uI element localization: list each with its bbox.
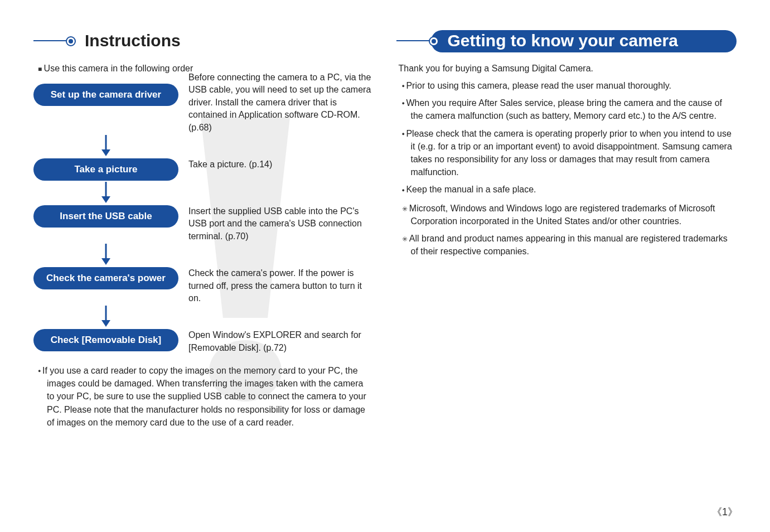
flow-arrow-icon bbox=[33, 243, 178, 267]
flow-step: Check [Removable Disk] Open Window's EXP… bbox=[33, 329, 374, 354]
list-item: Keep the manual in a safe place. bbox=[402, 183, 737, 196]
guideline-list: Prior to using this camera, please read … bbox=[396, 79, 737, 196]
page-number: 1 bbox=[712, 505, 738, 519]
getting-to-know-title: Getting to know your camera bbox=[402, 31, 678, 50]
thank-you-line: Thank you for buying a Samsung Digital C… bbox=[399, 64, 737, 74]
step-label: Check [Removable Disk] bbox=[51, 335, 161, 346]
step-pill-setup-driver: Set up the camera driver bbox=[33, 84, 178, 106]
step-label: Insert the USB cable bbox=[60, 211, 152, 222]
step-desc: Check the camera's power. If the power i… bbox=[188, 267, 374, 304]
step-desc: Open Window's EXPLORER and search for [R… bbox=[188, 329, 374, 354]
list-item: Prior to using this camera, please read … bbox=[402, 79, 737, 92]
step-label: Check the camera's power bbox=[46, 273, 166, 284]
flow-arrow-icon bbox=[33, 134, 178, 158]
setup-flow: Set up the camera driver Before connecti… bbox=[33, 84, 374, 354]
list-item: Microsoft, Windows and Windows logo are … bbox=[402, 202, 737, 228]
step-pill-take-picture: Take a picture bbox=[33, 158, 178, 181]
step-pill-check-power: Check the camera's power bbox=[33, 267, 178, 289]
flow-step: Check the camera's power Check the camer… bbox=[33, 267, 374, 304]
section-header-getting-to-know: Getting to know your camera bbox=[396, 28, 737, 54]
card-reader-warning: If you use a card reader to copy the ima… bbox=[33, 354, 374, 429]
section-header-instructions: Instructions bbox=[33, 28, 374, 54]
step-label: Take a picture bbox=[74, 164, 137, 175]
step-desc: Before connecting the camera to a PC, vi… bbox=[188, 71, 374, 134]
list-item: All brand and product names appearing in… bbox=[402, 232, 737, 258]
flow-step: Insert the USB cable Insert the supplied… bbox=[33, 205, 374, 243]
flow-step: Take a picture Take a picture. (p.14) bbox=[33, 158, 374, 181]
step-label: Set up the camera driver bbox=[51, 89, 161, 100]
trademark-list: Microsoft, Windows and Windows logo are … bbox=[396, 202, 737, 258]
step-desc: Take a picture. (p.14) bbox=[188, 158, 272, 171]
instructions-title: Instructions bbox=[39, 31, 181, 50]
step-pill-check-removable-disk: Check [Removable Disk] bbox=[33, 329, 178, 351]
flow-arrow-icon bbox=[33, 181, 178, 205]
left-column: Instructions Use this camera in the foll… bbox=[33, 28, 374, 429]
step-pill-insert-usb: Insert the USB cable bbox=[33, 205, 178, 228]
step-desc: Insert the supplied USB cable into the P… bbox=[188, 205, 374, 243]
list-item: Please check that the camera is operatin… bbox=[402, 127, 737, 179]
right-column: Getting to know your camera Thank you fo… bbox=[396, 28, 737, 429]
list-item: When you require After Sales service, pl… bbox=[402, 96, 737, 122]
flow-step: Set up the camera driver Before connecti… bbox=[33, 84, 374, 134]
flow-arrow-icon bbox=[33, 304, 178, 329]
